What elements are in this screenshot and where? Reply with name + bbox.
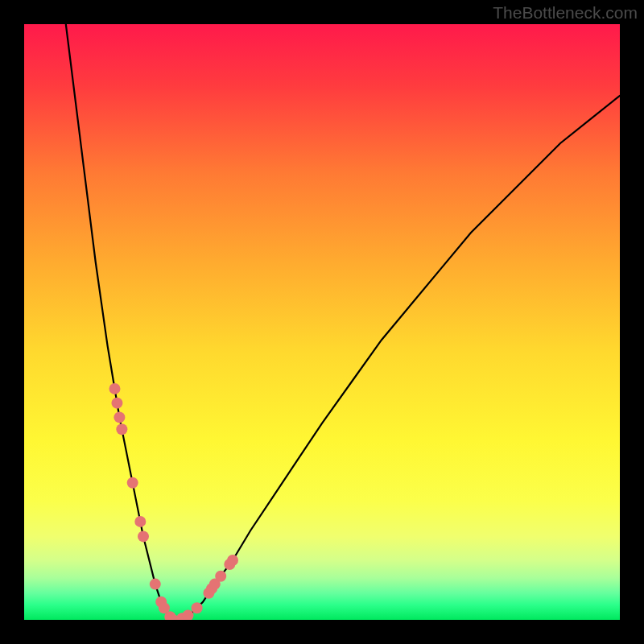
curve-layer xyxy=(24,24,620,620)
bottleneck-curve xyxy=(66,24,620,620)
curve-marker xyxy=(127,477,138,489)
curve-marker xyxy=(215,571,226,582)
curve-marker xyxy=(114,411,125,423)
plot-area xyxy=(24,24,620,620)
watermark-text: TheBottleneck.com xyxy=(493,3,638,23)
curve-markers xyxy=(109,383,238,620)
curve-marker xyxy=(116,423,127,435)
curve-marker xyxy=(111,398,122,409)
curve-marker xyxy=(150,579,161,590)
curve-marker xyxy=(192,602,203,613)
curve-marker xyxy=(134,516,146,527)
curve-marker xyxy=(138,530,149,542)
curve-marker xyxy=(183,609,194,620)
curve-marker xyxy=(109,383,120,394)
chart-frame: TheBottleneck.com xyxy=(0,0,644,644)
curve-marker xyxy=(227,555,238,566)
